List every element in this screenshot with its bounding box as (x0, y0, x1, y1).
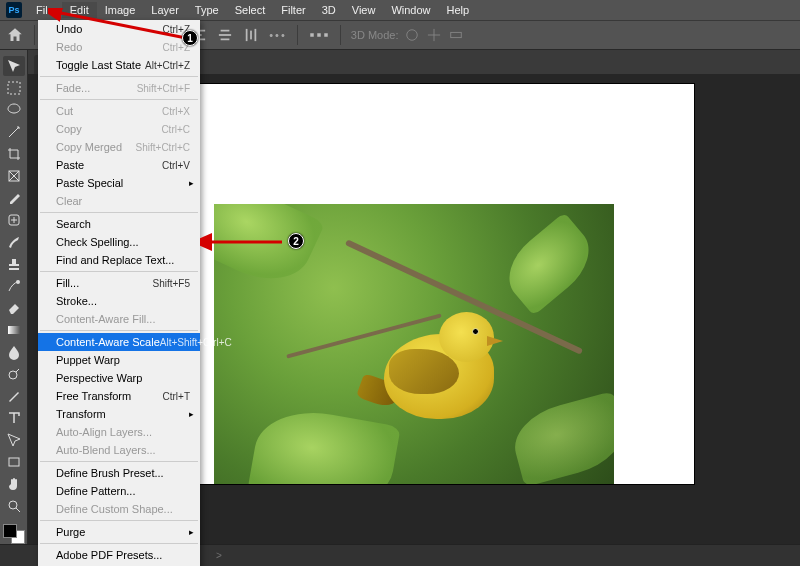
menuitem-copy: CopyCtrl+C (38, 120, 200, 138)
menu-3d[interactable]: 3D (314, 2, 344, 18)
svg-rect-8 (255, 29, 257, 41)
menuitem-find-and-replace-text[interactable]: Find and Replace Text... (38, 251, 200, 269)
menuitem-content-aware-fill: Content-Aware Fill... (38, 310, 200, 328)
3d-pan-icon[interactable] (426, 28, 442, 42)
svg-point-20 (9, 371, 17, 379)
3d-orbit-icon[interactable] (404, 28, 420, 42)
distribute-icon[interactable] (308, 28, 330, 42)
more-icon[interactable]: ••• (269, 29, 287, 41)
svg-rect-5 (221, 39, 230, 41)
menuitem-stroke[interactable]: Stroke... (38, 292, 200, 310)
photo-layer (214, 204, 614, 484)
menuitem-search[interactable]: Search (38, 215, 200, 233)
align-icon[interactable] (217, 28, 233, 42)
svg-point-12 (407, 30, 418, 41)
tool-gradient[interactable] (3, 320, 25, 340)
menu-filter[interactable]: Filter (273, 2, 313, 18)
tool-pen[interactable] (3, 386, 25, 406)
tool-type[interactable] (3, 408, 25, 428)
svg-rect-9 (310, 33, 314, 37)
tool-eyedrop[interactable] (3, 188, 25, 208)
align-icon[interactable] (243, 28, 259, 42)
menuitem-content-aware-scale[interactable]: Content-Aware ScaleAlt+Shift+Ctrl+C (38, 333, 200, 351)
menuitem-copy-merged: Copy MergedShift+Ctrl+C (38, 138, 200, 156)
tool-path[interactable] (3, 430, 25, 450)
menuitem-define-brush-preset[interactable]: Define Brush Preset... (38, 464, 200, 482)
tool-rect[interactable] (3, 452, 25, 472)
app-logo: Ps (6, 2, 22, 18)
menuitem-cut: CutCtrl+X (38, 102, 200, 120)
svg-rect-21 (9, 458, 19, 466)
menuitem-fill[interactable]: Fill...Shift+F5 (38, 274, 200, 292)
svg-rect-7 (250, 31, 252, 40)
menuitem-fade: Fade...Shift+Ctrl+F (38, 79, 200, 97)
svg-rect-4 (219, 34, 231, 36)
svg-rect-6 (246, 29, 248, 41)
svg-rect-19 (8, 326, 20, 334)
tool-move[interactable] (3, 56, 25, 76)
svg-rect-14 (8, 82, 20, 94)
tool-blur[interactable] (3, 342, 25, 362)
3d-mode-group: 3D Mode: (351, 28, 465, 42)
menuitem-auto-blend-layers: Auto-Blend Layers... (38, 441, 200, 459)
tool-crop[interactable] (3, 144, 25, 164)
menuitem-clear: Clear (38, 192, 200, 210)
menuitem-define-pattern[interactable]: Define Pattern... (38, 482, 200, 500)
svg-point-22 (9, 501, 17, 509)
menuitem-puppet-warp[interactable]: Puppet Warp (38, 351, 200, 369)
tool-lasso[interactable] (3, 100, 25, 120)
tool-wand[interactable] (3, 122, 25, 142)
menu-edit[interactable]: Edit (62, 2, 97, 18)
menubar: Ps FileEditImageLayerTypeSelectFilter3DV… (0, 0, 800, 20)
toolbox (0, 50, 28, 544)
tool-zoom[interactable] (3, 496, 25, 516)
tool-marquee[interactable] (3, 78, 25, 98)
tool-eraser[interactable] (3, 298, 25, 318)
statusbar-arrow-icon[interactable]: > (216, 550, 222, 561)
menu-window[interactable]: Window (383, 2, 438, 18)
tool-dodge[interactable] (3, 364, 25, 384)
svg-rect-10 (317, 33, 321, 37)
tool-heal[interactable] (3, 210, 25, 230)
menu-view[interactable]: View (344, 2, 384, 18)
menu-image[interactable]: Image (97, 2, 144, 18)
color-swatches[interactable] (3, 524, 25, 544)
menuitem-adobe-pdf-presets[interactable]: Adobe PDF Presets... (38, 546, 200, 564)
3d-slide-icon[interactable] (448, 28, 464, 42)
menuitem-auto-align-layers: Auto-Align Layers... (38, 423, 200, 441)
3d-mode-label: 3D Mode: (351, 29, 399, 41)
tool-frame[interactable] (3, 166, 25, 186)
tool-brush[interactable] (3, 232, 25, 252)
menu-select[interactable]: Select (227, 2, 274, 18)
edit-menu-dropdown: UndoCtrl+ZRedoCtrl+ZToggle Last StateAlt… (38, 20, 200, 566)
menuitem-redo: RedoCtrl+Z (38, 38, 200, 56)
tool-hand[interactable] (3, 474, 25, 494)
tool-history[interactable] (3, 276, 25, 296)
svg-rect-17 (9, 268, 19, 270)
menuitem-transform[interactable]: Transform (38, 405, 200, 423)
menuitem-define-custom-shape: Define Custom Shape... (38, 500, 200, 518)
menu-type[interactable]: Type (187, 2, 227, 18)
menuitem-purge[interactable]: Purge (38, 523, 200, 541)
svg-rect-11 (324, 33, 328, 37)
menuitem-undo[interactable]: UndoCtrl+Z (38, 20, 200, 38)
tool-stamp[interactable] (3, 254, 25, 274)
menuitem-free-transform[interactable]: Free TransformCtrl+T (38, 387, 200, 405)
svg-point-18 (16, 280, 20, 284)
menuitem-toggle-last-state[interactable]: Toggle Last StateAlt+Ctrl+Z (38, 56, 200, 74)
menuitem-paste-special[interactable]: Paste Special (38, 174, 200, 192)
home-icon[interactable] (6, 26, 24, 44)
menu-help[interactable]: Help (439, 2, 478, 18)
svg-rect-13 (451, 32, 462, 37)
document-canvas[interactable] (134, 84, 694, 484)
menuitem-perspective-warp[interactable]: Perspective Warp (38, 369, 200, 387)
menuitem-paste[interactable]: PasteCtrl+V (38, 156, 200, 174)
menuitem-check-spelling[interactable]: Check Spelling... (38, 233, 200, 251)
menu-file[interactable]: File (28, 2, 62, 18)
menu-layer[interactable]: Layer (143, 2, 187, 18)
svg-rect-3 (221, 30, 230, 32)
